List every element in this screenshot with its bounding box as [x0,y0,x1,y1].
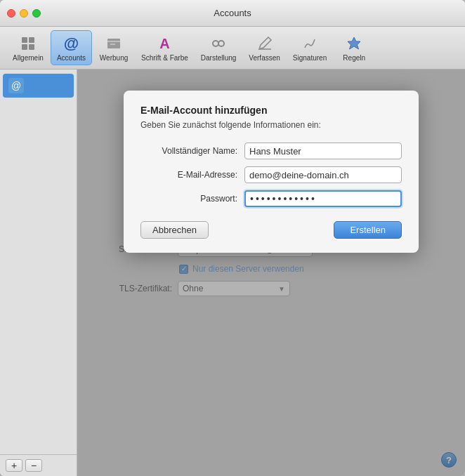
main-window: Accounts Allgemein @ Accounts [0,0,465,476]
svg-point-8 [218,41,224,46]
email-field-row: E-Mail-Adresse: [140,166,402,183]
email-input[interactable] [244,166,402,183]
title-bar: Accounts [0,0,465,27]
add-account-button[interactable]: + [6,459,22,472]
verfassen-label: Verfassen [249,54,280,62]
signaturen-label: Signaturen [293,54,327,62]
toolbar-item-signaturen[interactable]: Signaturen [287,31,332,65]
modal-title: E-Mail-Account hinzufügen [140,105,402,116]
svg-point-7 [213,41,218,46]
toolbar-item-darstellung[interactable]: Darstellung [195,31,242,65]
toolbar-item-allgemein[interactable]: Allgemein [7,31,49,65]
modal-footer: Abbrechen Erstellen [140,221,402,239]
name-field-row: Vollständiger Name: [140,143,402,159]
right-panel: SMTP-Server: smtp.onlime.ch:foobar@deine… [77,70,465,476]
close-button[interactable] [7,9,15,18]
darstellung-label: Darstellung [201,54,237,62]
svg-rect-0 [22,37,27,43]
password-field-row: Passwort: [140,190,402,207]
email-label: E-Mail-Adresse: [140,170,244,180]
svg-rect-4 [107,39,120,48]
sidebar: @ + − [0,70,77,476]
accounts-label: Accounts [57,54,86,62]
password-label: Passwort: [140,194,244,204]
traffic-lights [7,9,41,18]
name-input[interactable] [244,143,402,159]
toolbar-item-werbung[interactable]: Werbung [93,31,134,65]
sidebar-list: @ [0,70,77,454]
toolbar-item-verfassen[interactable]: Verfassen [243,31,285,65]
regeln-icon [344,34,364,53]
signaturen-icon [300,34,320,53]
modal-dialog: E-Mail-Account hinzufügen Geben Sie zunä… [124,91,419,253]
schrift-label: Schrift & Farbe [141,54,188,62]
cancel-button[interactable]: Abbrechen [140,221,209,239]
modal-overlay: E-Mail-Account hinzufügen Geben Sie zunä… [77,70,465,476]
regeln-label: Regeln [343,54,365,62]
window-title: Accounts [214,8,251,18]
toolbar-item-regeln[interactable]: Regeln [334,31,374,65]
svg-rect-2 [22,44,27,50]
schrift-icon: A [155,34,174,53]
name-label: Vollständiger Name: [140,146,244,156]
allgemein-label: Allgemein [13,54,44,62]
sidebar-item-account1[interactable]: @ [3,74,74,98]
toolbar: Allgemein @ Accounts Werbung A Schrift &… [0,27,465,70]
svg-rect-1 [29,37,34,43]
svg-rect-3 [29,44,34,50]
werbung-icon [104,34,124,53]
password-input[interactable] [244,190,402,207]
main-content: @ + − SMTP-Server: smtp.onlime.ch:foobar… [0,70,465,476]
modal-subtitle: Geben Sie zunächst folgende Informatione… [140,120,402,130]
maximize-button[interactable] [32,9,41,18]
account-icon: @ [8,78,24,93]
remove-account-button[interactable]: − [25,459,42,472]
toolbar-item-accounts[interactable]: @ Accounts [51,30,92,65]
sidebar-footer: + − [0,454,77,476]
accounts-icon: @ [61,34,81,53]
verfassen-icon [255,34,275,53]
svg-marker-10 [348,37,360,49]
darstellung-icon [209,34,228,53]
allgemein-icon [18,34,38,53]
submit-button[interactable]: Erstellen [334,221,402,239]
werbung-label: Werbung [100,54,128,62]
minimize-button[interactable] [20,9,28,18]
toolbar-item-schrift[interactable]: A Schrift & Farbe [136,31,194,65]
